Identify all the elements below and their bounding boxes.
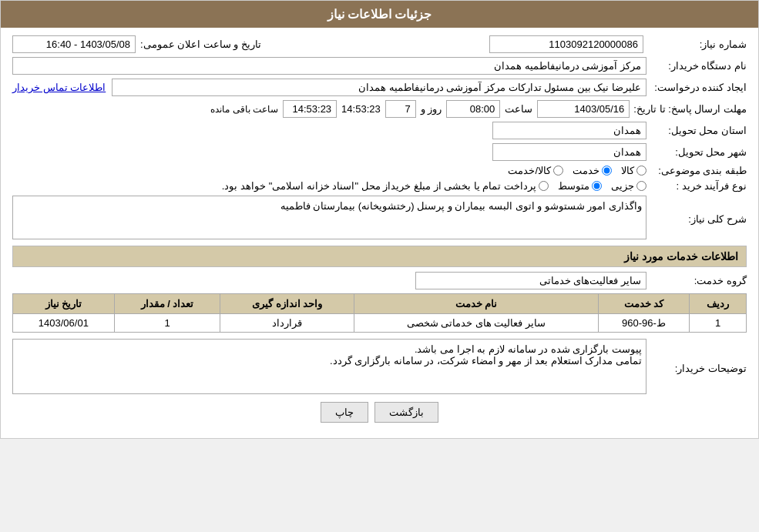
province-label: استان محل تحویل:	[646, 125, 747, 136]
description-label: شرح کلی نیاز:	[646, 210, 747, 225]
header-title: جزئیات اطلاعات نیاز	[327, 8, 432, 21]
category-khedmat-label: خدمت	[573, 165, 599, 176]
print-button[interactable]: چاپ	[321, 402, 368, 423]
deadline-time-input[interactable]	[446, 100, 500, 118]
service-group-input[interactable]	[415, 272, 646, 289]
category-row: طبقه بندی موضوعی: کالا خدمت کالا/خدمت	[12, 165, 747, 176]
row-code: ط-96-960	[598, 314, 689, 333]
creator-input[interactable]	[112, 79, 646, 96]
col-date: تاریخ نیاز	[13, 294, 115, 314]
buyer-notes-label: توضیحات خریدار:	[646, 360, 747, 374]
announce-label: تاریخ و ساعت اعلان عمومی:	[140, 38, 261, 50]
process-motovaset: متوسط	[558, 180, 602, 192]
category-kala-khedmat-label: کالا/خدمت	[508, 165, 551, 176]
row-name: سایر فعالیت هاى خدماتی شخصی	[354, 314, 599, 333]
request-number-row: شماره نیاز: تاریخ و ساعت اعلان عمومی:	[12, 35, 747, 53]
process-jozi: جزیی	[611, 180, 646, 192]
page-wrapper: جزئیات اطلاعات نیاز شماره نیاز: تاریخ و …	[0, 0, 759, 439]
request-number-input[interactable]	[489, 35, 643, 53]
province-input[interactable]	[492, 122, 646, 139]
process-jozi-label: جزیی	[611, 180, 634, 192]
city-label: شهر محل تحویل:	[646, 146, 747, 158]
requester-label: نام دستگاه خریدار:	[646, 60, 747, 72]
services-table: ردیف کد خدمت نام خدمت واحد اندازه گیری ت…	[12, 293, 747, 333]
description-row: شرح کلی نیاز: واگذاری امور شستوشو و اتوی…	[12, 196, 747, 239]
creator-label: ایجاد کننده درخواست:	[646, 82, 747, 93]
service-group-label: گروه خدمت:	[646, 275, 747, 286]
deadline-label: مهلت ارسال پاسخ: تا تاریخ:	[630, 103, 747, 115]
buyer-notes-textarea[interactable]: پیوست بارگزاری شده در سامانه لازم به اجر…	[12, 339, 646, 394]
process-label: نوع فرآیند خرید :	[646, 180, 747, 192]
back-button[interactable]: بازگشت	[374, 402, 438, 423]
row-index: 1	[690, 314, 747, 333]
city-input[interactable]	[492, 143, 646, 161]
service-group-row: گروه خدمت:	[12, 272, 747, 289]
contact-link[interactable]: اطلاعات تماس خریدار	[12, 82, 106, 93]
category-kala: کالا	[621, 165, 646, 176]
remaining-label-text: ساعت باقی مانده	[210, 104, 278, 115]
city-row: شهر محل تحویل:	[12, 143, 747, 161]
category-kala-label: کالا	[621, 165, 634, 176]
requester-input[interactable]	[12, 57, 646, 75]
process-esnad-radio[interactable]	[539, 181, 549, 191]
category-kala-khedmat: کالا/خدمت	[508, 165, 563, 176]
remaining-time-value: 14:53:23	[341, 103, 381, 115]
request-number-label: شماره نیاز:	[646, 38, 747, 50]
category-khedmat-radio[interactable]	[602, 166, 612, 176]
category-kala-khedmat-radio[interactable]	[553, 166, 563, 176]
col-unit: واحد اندازه گیری	[220, 294, 354, 314]
process-esnad: پرداخت تمام یا بخشی از مبلغ خریداز محل "…	[222, 180, 549, 192]
col-index: ردیف	[690, 294, 747, 314]
deadline-date-input[interactable]	[537, 100, 630, 118]
page-header: جزئیات اطلاعات نیاز	[1, 1, 758, 28]
action-buttons: بازگشت چاپ	[12, 402, 747, 423]
description-textarea[interactable]: واگذاری امور شستوشو و اتوی البسه بیماران…	[12, 196, 646, 239]
requester-row: نام دستگاه خریدار:	[12, 57, 747, 75]
row-date: 1403/06/01	[13, 314, 115, 333]
process-row: نوع فرآیند خرید : جزیی متوسط پرداخت تمام…	[12, 180, 747, 192]
creator-row: ایجاد کننده درخواست: اطلاعات تماس خریدار	[12, 79, 747, 96]
category-label: طبقه بندی موضوعی:	[646, 165, 747, 176]
day-label-static: روز و	[421, 103, 442, 115]
announce-value-input[interactable]	[12, 35, 136, 53]
row-unit: قرارداد	[220, 314, 354, 333]
buyer-notes-row: توضیحات خریدار: پیوست بارگزاری شده در سا…	[12, 339, 747, 394]
col-code: کد خدمت	[598, 294, 689, 314]
category-kala-radio[interactable]	[636, 166, 646, 176]
process-motovaset-radio[interactable]	[592, 181, 602, 191]
main-content: شماره نیاز: تاریخ و ساعت اعلان عمومی: نا…	[1, 28, 758, 438]
col-quantity: تعداد / مقدار	[114, 294, 220, 314]
process-jozi-radio[interactable]	[636, 181, 646, 191]
col-name: نام خدمت	[354, 294, 599, 314]
category-khedmat: خدمت	[573, 165, 612, 176]
process-esnad-label: پرداخت تمام یا بخشی از مبلغ خریداز محل "…	[222, 180, 536, 192]
table-row: 1 ط-96-960 سایر فعالیت هاى خدماتی شخصی ق…	[13, 314, 747, 333]
process-radio-group: جزیی متوسط پرداخت تمام یا بخشی از مبلغ خ…	[222, 180, 646, 192]
remaining-input[interactable]	[283, 100, 337, 118]
deadline-day-input[interactable]	[385, 100, 416, 118]
services-section-header: اطلاعات خدمات مورد نیاز	[12, 246, 747, 267]
row-quantity: 1	[114, 314, 220, 333]
category-radio-group: کالا خدمت کالا/خدمت	[508, 165, 646, 176]
process-motovaset-label: متوسط	[558, 180, 589, 192]
time-label-static: ساعت	[505, 103, 532, 115]
deadline-row: مهلت ارسال پاسخ: تا تاریخ: ساعت روز و 14…	[12, 100, 747, 118]
province-row: استان محل تحویل:	[12, 122, 747, 139]
